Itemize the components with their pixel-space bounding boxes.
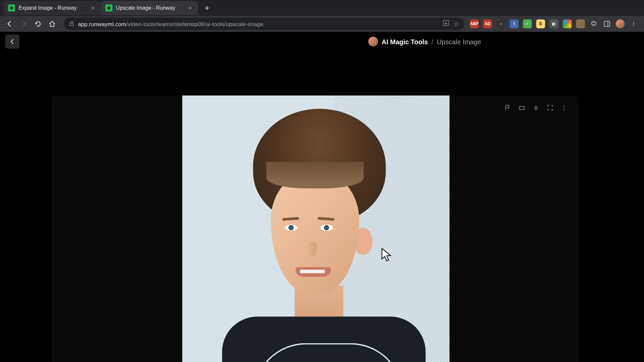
lock-icon: [69, 20, 74, 27]
download-icon[interactable]: [532, 104, 540, 112]
home-button[interactable]: [46, 18, 58, 30]
breadcrumb-section[interactable]: AI Magic Tools: [382, 38, 428, 45]
runway-favicon: R: [8, 4, 15, 11]
close-icon[interactable]: ×: [187, 4, 194, 11]
svg-rect-4: [70, 23, 73, 25]
reload-button[interactable]: [32, 18, 44, 30]
tab-title: Upscale Image - Runway: [116, 5, 183, 11]
more-icon[interactable]: ⋮: [560, 104, 568, 112]
canvas-toolbar: ⋮: [503, 104, 568, 112]
back-nav-button[interactable]: [4, 18, 16, 30]
browser-chrome: R Expand Image - Runway × R Upscale Imag…: [0, 0, 644, 32]
folder-icon[interactable]: [518, 104, 526, 112]
ext-icon[interactable]: ◐: [549, 19, 558, 28]
ext-icon[interactable]: ●: [496, 19, 505, 28]
ext-icon[interactable]: AD: [483, 19, 492, 28]
bookmark-icon[interactable]: ☆: [453, 20, 459, 28]
nav-bar: app.runwayml.com/video-tools/teams/stefa…: [0, 16, 644, 32]
extensions-icon[interactable]: [589, 19, 598, 28]
svg-rect-6: [604, 21, 610, 26]
breadcrumb-page: Upscale Image: [437, 38, 481, 45]
forward-nav-button[interactable]: [18, 18, 30, 30]
tab-upscale-image[interactable]: R Upscale Image - Runway ×: [101, 1, 198, 15]
sidepanel-icon[interactable]: [602, 19, 611, 28]
url-text: app.runwayml.com/video-tools/teams/stefa…: [78, 20, 439, 27]
tab-title: Expand Image - Runway: [18, 5, 86, 11]
breadcrumb: AI Magic Tools / Upscale Image: [368, 37, 481, 46]
ext-icon[interactable]: B: [536, 19, 545, 28]
app-back-button[interactable]: [5, 35, 19, 49]
ext-icon[interactable]: f: [509, 19, 518, 28]
flag-icon[interactable]: [503, 104, 512, 112]
runway-favicon: R: [105, 4, 112, 11]
ext-icon[interactable]: [576, 19, 585, 28]
new-tab-button[interactable]: +: [201, 2, 213, 14]
image-preview[interactable]: [182, 96, 449, 362]
tab-expand-image[interactable]: R Expand Image - Runway ×: [4, 1, 101, 15]
breadcrumb-separator: /: [431, 38, 433, 45]
ext-icon[interactable]: [563, 19, 572, 28]
tab-bar: R Expand Image - Runway × R Upscale Imag…: [0, 0, 644, 16]
install-app-icon[interactable]: [442, 19, 449, 28]
canvas: ⋮: [51, 96, 579, 362]
url-bar[interactable]: app.runwayml.com/video-tools/teams/stefa…: [64, 18, 465, 30]
extensions: ABP AD ● f ✓ B ◐ ⋮: [470, 19, 641, 28]
app-root: AI Magic Tools / Upscale Image Share Res…: [0, 32, 644, 362]
avatar[interactable]: [616, 19, 625, 28]
menu-icon[interactable]: ⋮: [629, 19, 638, 28]
ext-icon[interactable]: ABP: [470, 19, 479, 28]
fullscreen-icon[interactable]: [546, 104, 554, 112]
app-header: AI Magic Tools / Upscale Image Share Res…: [0, 32, 644, 51]
avatar: [368, 37, 378, 46]
ext-icon[interactable]: ✓: [523, 19, 532, 28]
close-icon[interactable]: ×: [89, 4, 96, 11]
